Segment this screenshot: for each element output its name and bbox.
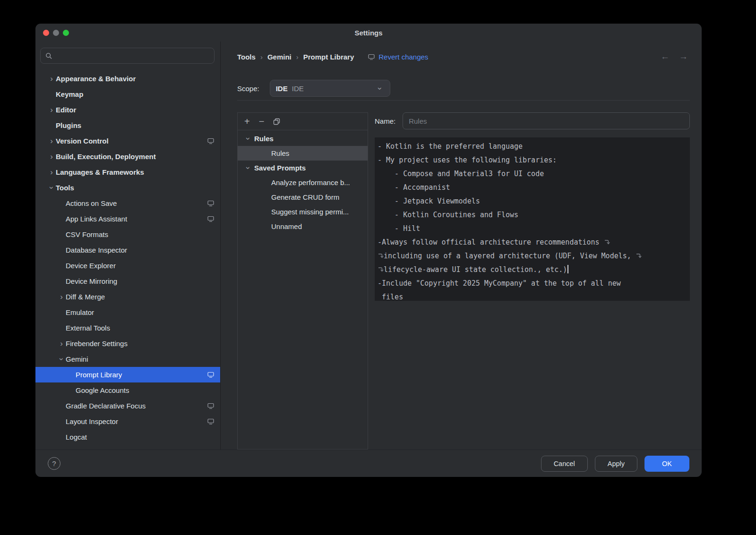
editor-line-text: -Always follow official architecture rec… (378, 238, 604, 246)
ok-button[interactable]: OK (644, 456, 689, 472)
editor-line-text: - Accompanist (378, 183, 450, 192)
sidebar-item-languages-frameworks[interactable]: ›Languages & Frameworks (35, 164, 220, 180)
sidebar-item-device-explorer[interactable]: Device Explorer (35, 258, 220, 273)
sidebar-item-emulator[interactable]: Emulator (35, 305, 220, 320)
sidebar-item-app-links-assistant[interactable]: App Links Assistant (35, 211, 220, 227)
back-arrow-icon[interactable]: ← (661, 51, 670, 62)
sidebar-item-logcat[interactable]: Logcat (35, 429, 220, 445)
settings-search[interactable] (40, 48, 215, 64)
sidebar-item-diff-merge[interactable]: ›Diff & Merge (35, 289, 220, 305)
sidebar-item-build-execution-deployment[interactable]: ›Build, Execution, Deployment (35, 149, 220, 164)
breadcrumb-item-prompt-library[interactable]: Prompt Library (303, 53, 354, 61)
prompt-label: Rules (254, 135, 274, 143)
sidebar-item-external-tools[interactable]: External Tools (35, 320, 220, 336)
breadcrumb: Tools›Gemini›Prompt Library (237, 53, 354, 61)
prompt-item-analyze-performance-b[interactable]: Analyze performance b... (238, 175, 368, 190)
breadcrumb-item-gemini[interactable]: Gemini (267, 53, 292, 61)
prompt-label: Unnamed (271, 222, 302, 230)
prompt-group-rules[interactable]: ›Rules (238, 131, 368, 146)
sidebar-item-version-control[interactable]: ›Version Control (35, 133, 220, 149)
scope-label: Scope: (237, 85, 259, 93)
settings-content: ›Appearance & BehaviorKeymap›EditorPlugi… (35, 42, 702, 450)
ide-settings-icon (207, 372, 214, 378)
sidebar-item-label: Plugins (56, 121, 81, 129)
editor-line-text: -Include "Copyright 2025 MyCompany" at t… (378, 279, 621, 288)
breadcrumb-item-tools[interactable]: Tools (237, 53, 256, 61)
prompt-item-generate-crud-form[interactable]: Generate CRUD form (238, 190, 368, 204)
name-label: Name: (375, 117, 395, 125)
zoom-button[interactable] (63, 30, 69, 36)
editor-line: - Hilt (378, 222, 688, 236)
help-button[interactable]: ? (48, 457, 60, 470)
revert-changes-link[interactable]: Revert changes (368, 53, 428, 61)
settings-sidebar: ›Appearance & BehaviorKeymap›EditorPlugi… (35, 42, 221, 450)
soft-wrap-icon (378, 253, 384, 259)
prompt-label: Generate CRUD form (271, 193, 339, 201)
prompt-item-suggest-missing-permi[interactable]: Suggest missing permi... (238, 204, 368, 219)
sidebar-item-appearance-behavior[interactable]: ›Appearance & Behavior (35, 71, 220, 86)
add-prompt-button[interactable]: + (244, 117, 250, 126)
chevron-right-icon[interactable]: › (47, 106, 56, 114)
breadcrumb-row: Tools›Gemini›Prompt Library Revert chang… (237, 51, 690, 62)
sidebar-item-label: Device Explorer (66, 262, 116, 270)
chevron-right-icon[interactable]: › (47, 137, 56, 145)
sidebar-item-csv-formats[interactable]: CSV Formats (35, 227, 220, 242)
ide-settings-icon (207, 200, 214, 206)
search-icon (45, 52, 52, 59)
sidebar-item-label: Prompt Library (76, 371, 122, 379)
sidebar-item-prompt-library[interactable]: Prompt Library (35, 367, 220, 382)
sidebar-item-database-inspector[interactable]: Database Inspector (35, 242, 220, 258)
sidebar-item-google-accounts[interactable]: Google Accounts (35, 382, 220, 398)
chevron-down-icon[interactable]: › (244, 164, 252, 172)
prompt-item-rules[interactable]: Rules (238, 146, 368, 161)
chevron-right-icon[interactable]: › (57, 293, 66, 301)
prompt-item-unnamed[interactable]: Unnamed (238, 219, 368, 234)
sidebar-item-keymap[interactable]: Keymap (35, 86, 220, 102)
apply-button[interactable]: Apply (595, 456, 637, 472)
prompt-group-saved-prompts[interactable]: ›Saved Prompts (238, 161, 368, 175)
sidebar-item-editor[interactable]: ›Editor (35, 102, 220, 118)
prompt-editor[interactable]: - Kotlin is the preferred language- My p… (375, 137, 690, 301)
prompt-name-input[interactable]: Rules (403, 112, 690, 129)
editor-line-text: - My project uses the following librarie… (378, 156, 557, 164)
chevron-down-icon[interactable]: › (58, 355, 66, 364)
scope-dropdown[interactable]: IDE IDE › (270, 80, 390, 97)
settings-search-input[interactable] (56, 52, 209, 60)
sidebar-item-layout-inspector[interactable]: Layout Inspector (35, 414, 220, 429)
forward-arrow-icon[interactable]: → (679, 51, 688, 62)
prompt-tree: ›RulesRules›Saved PromptsAnalyze perform… (238, 130, 368, 449)
cancel-button[interactable]: Cancel (541, 456, 588, 472)
sidebar-item-firebender-settings[interactable]: ›Firebender Settings (35, 336, 220, 351)
chevron-down-icon[interactable]: › (48, 184, 56, 192)
chevron-right-icon[interactable]: › (47, 168, 56, 176)
sidebar-item-gradle-declarative-focus[interactable]: Gradle Declarative Focus (35, 398, 220, 414)
sidebar-item-label: Version Control (56, 137, 109, 145)
editor-line-text: - Kotlin is the preferred language (378, 142, 523, 151)
duplicate-prompt-button[interactable] (273, 118, 280, 125)
chevron-down-icon[interactable]: › (244, 135, 252, 143)
sidebar-item-gemini[interactable]: ›Gemini (35, 351, 220, 367)
remove-prompt-button[interactable]: − (259, 117, 265, 126)
name-row: Name: Rules (375, 112, 690, 129)
sidebar-item-tools[interactable]: ›Tools (35, 180, 220, 195)
sidebar-item-label: Gemini (66, 355, 88, 363)
editor-line-text: - Hilt (378, 224, 420, 233)
editor-line: - Jetpack Viewmodels (378, 195, 688, 208)
sidebar-item-label: Emulator (66, 308, 94, 316)
text-caret (567, 265, 568, 273)
sidebar-item-plugins[interactable]: Plugins (35, 118, 220, 133)
chevron-right-icon[interactable]: › (47, 75, 56, 83)
sidebar-item-device-mirroring[interactable]: Device Mirroring (35, 273, 220, 289)
minimize-button[interactable] (53, 30, 59, 36)
sidebar-item-label: Languages & Frameworks (56, 168, 144, 176)
revert-label: Revert changes (378, 53, 428, 61)
sidebar-item-label: Device Mirroring (66, 277, 117, 285)
chevron-right-icon[interactable]: › (57, 340, 66, 348)
sidebar-item-label: External Tools (66, 324, 110, 332)
soft-wrap-icon (636, 253, 642, 259)
chevron-down-icon: › (376, 84, 384, 93)
close-button[interactable] (43, 30, 49, 36)
sidebar-item-actions-on-save[interactable]: Actions on Save (35, 195, 220, 211)
chevron-right-icon[interactable]: › (47, 153, 56, 161)
editor-line-text: files (378, 293, 403, 301)
